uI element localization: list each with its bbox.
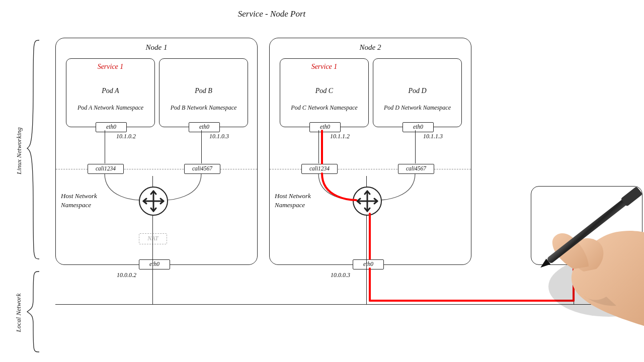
pod-d-box: Pod D Pod D Network Namespace eth0	[373, 58, 462, 127]
node2-hostns: Host Network Namespace	[275, 192, 311, 210]
pod-a-ns: Pod A Network Namespace	[66, 104, 154, 112]
node2-hostns-l2: Namespace	[275, 201, 305, 209]
node1-hostwire	[152, 214, 153, 272]
pod-b-eth: eth0	[189, 122, 220, 132]
pod-d-ns: Pod D Network Namespace	[373, 104, 461, 112]
node1-router	[139, 187, 168, 216]
node2-dashed	[270, 169, 471, 169]
node1-box: Node 1 Service 1 Pod A Pod A Network Nam…	[55, 38, 258, 265]
wire-d-down	[415, 130, 416, 163]
pod-c-name: Pod C	[280, 87, 368, 95]
pod-c-ip: 10.1.1.2	[330, 133, 350, 140]
node2-router	[353, 187, 382, 216]
local-network-bus	[55, 304, 592, 305]
pod-d-ip: 10.1.1.3	[423, 133, 443, 140]
wire-c-down	[318, 130, 319, 163]
pod-b-name: Pod B	[159, 87, 248, 95]
diagram-title: Service - Node Port	[0, 9, 543, 19]
pod-c-box: Service 1 Pod C Pod C Network Namespace …	[280, 58, 369, 127]
bus-drop-node1	[152, 272, 153, 304]
pod-c-cali: cali1234	[301, 164, 338, 174]
wire-a-down	[105, 130, 105, 163]
bus-drop-external	[574, 272, 574, 304]
brace-label-linux: Linux Networking	[15, 121, 23, 181]
pod-d-cali: cali4567	[398, 164, 434, 174]
pod-b-ns: Pod B Network Namespace	[159, 104, 248, 112]
pod-a-name: Pod A	[66, 87, 154, 95]
node2-hostns-l1: Host Network	[275, 192, 311, 200]
external-box	[531, 186, 642, 265]
node1-nat: NAT	[139, 233, 167, 244]
pod-c-eth: eth0	[309, 122, 341, 132]
pod-c-service: Service 1	[280, 63, 368, 71]
node1-hostns-l1: Host Network	[61, 192, 97, 200]
node2-hostwire	[366, 214, 367, 272]
bus-drop-node2	[366, 272, 367, 304]
external-ip: 10.3.0.4	[579, 272, 598, 279]
brace-label-local: Local Network	[15, 285, 23, 340]
node2-box: Node 2 Service 1 Pod C Pod C Network Nam…	[269, 38, 471, 265]
node1-dashed	[56, 169, 257, 169]
node2-title: Node 2	[270, 43, 471, 52]
pod-a-box: Service 1 Pod A Pod A Network Namespace …	[66, 58, 155, 127]
pod-d-eth: eth0	[403, 122, 434, 132]
node1-ip: 10.0.0.2	[117, 272, 136, 279]
node1-eth: eth0	[139, 259, 170, 269]
pod-a-cali: cali1234	[88, 164, 124, 174]
node1-title: Node 1	[56, 43, 257, 52]
pod-c-ns: Pod C Network Namespace	[280, 104, 368, 112]
node2-ip: 10.0.0.3	[331, 272, 350, 279]
pod-d-name: Pod D	[373, 87, 461, 95]
pod-a-service: Service 1	[66, 63, 154, 71]
node1-hostns-l2: Namespace	[61, 201, 91, 209]
pod-a-ip: 10.1.0.2	[116, 133, 136, 140]
pod-a-eth: eth0	[96, 122, 127, 132]
pod-b-box: Pod B Pod B Network Namespace eth0	[159, 58, 248, 127]
pod-b-ip: 10.1.0.3	[209, 133, 229, 140]
svg-point-0	[548, 256, 644, 317]
wire-b-down	[201, 130, 202, 163]
node1-hostns: Host Network Namespace	[61, 192, 97, 210]
pod-b-cali: cali4567	[184, 164, 220, 174]
node2-eth: eth0	[353, 259, 384, 269]
